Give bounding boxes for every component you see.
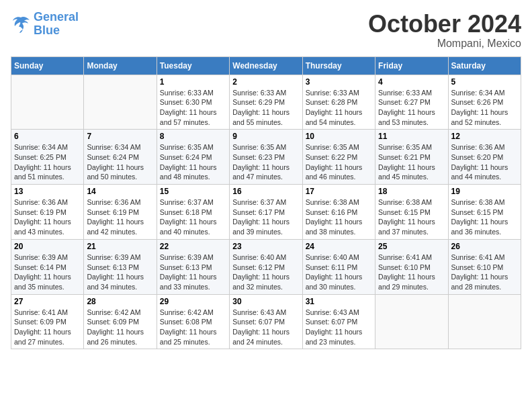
- calendar-cell: 14Sunrise: 6:36 AMSunset: 6:19 PMDayligh…: [84, 185, 157, 240]
- day-info: Sunrise: 6:33 AMSunset: 6:29 PMDaylight:…: [232, 88, 299, 128]
- calendar-cell: 27Sunrise: 6:41 AMSunset: 6:09 PMDayligh…: [11, 294, 84, 349]
- weekday-header-saturday: Saturday: [448, 56, 521, 75]
- day-info: Sunrise: 6:38 AMSunset: 6:15 PMDaylight:…: [451, 197, 518, 237]
- month-title: October 2024: [368, 11, 521, 38]
- day-number: 27: [14, 297, 81, 306]
- calendar-cell: 4Sunrise: 6:33 AMSunset: 6:27 PMDaylight…: [375, 75, 448, 130]
- day-info: Sunrise: 6:36 AMSunset: 6:19 PMDaylight:…: [14, 197, 81, 237]
- day-info: Sunrise: 6:39 AMSunset: 6:13 PMDaylight:…: [87, 253, 153, 292]
- day-number: 9: [232, 132, 299, 141]
- weekday-header-row: SundayMondayTuesdayWednesdayThursdayFrid…: [11, 56, 521, 75]
- day-number: 25: [378, 242, 445, 251]
- calendar-cell: 28Sunrise: 6:42 AMSunset: 6:09 PMDayligh…: [84, 294, 157, 349]
- day-info: Sunrise: 6:36 AMSunset: 6:20 PMDaylight:…: [451, 142, 518, 182]
- day-number: 8: [160, 132, 226, 141]
- day-number: 10: [306, 132, 372, 141]
- calendar-week-1: 1Sunrise: 6:33 AMSunset: 6:30 PMDaylight…: [11, 75, 521, 130]
- calendar-cell: 24Sunrise: 6:40 AMSunset: 6:11 PMDayligh…: [302, 239, 375, 294]
- day-number: 4: [378, 77, 445, 87]
- day-info: Sunrise: 6:41 AMSunset: 6:09 PMDaylight:…: [14, 308, 81, 347]
- day-info: Sunrise: 6:36 AMSunset: 6:19 PMDaylight:…: [87, 197, 153, 237]
- day-info: Sunrise: 6:42 AMSunset: 6:08 PMDaylight:…: [160, 308, 226, 347]
- day-info: Sunrise: 6:35 AMSunset: 6:21 PMDaylight:…: [378, 142, 445, 182]
- day-info: Sunrise: 6:39 AMSunset: 6:13 PMDaylight:…: [160, 253, 226, 292]
- day-info: Sunrise: 6:40 AMSunset: 6:12 PMDaylight:…: [232, 253, 299, 292]
- calendar-table: SundayMondayTuesdayWednesdayThursdayFrid…: [11, 56, 521, 350]
- calendar-cell: 1Sunrise: 6:33 AMSunset: 6:30 PMDaylight…: [157, 75, 229, 130]
- weekday-header-monday: Monday: [84, 56, 157, 75]
- day-info: Sunrise: 6:35 AMSunset: 6:23 PMDaylight:…: [232, 142, 299, 182]
- day-number: 22: [160, 242, 226, 251]
- day-number: 26: [451, 242, 518, 251]
- day-info: Sunrise: 6:34 AMSunset: 6:24 PMDaylight:…: [87, 142, 153, 182]
- day-number: 20: [14, 242, 81, 251]
- day-number: 3: [306, 77, 372, 87]
- day-number: 30: [232, 297, 299, 306]
- day-number: 28: [87, 297, 153, 306]
- weekday-header-wednesday: Wednesday: [230, 56, 302, 75]
- day-number: 6: [14, 132, 81, 141]
- weekday-header-sunday: Sunday: [11, 56, 84, 75]
- calendar-week-5: 27Sunrise: 6:41 AMSunset: 6:09 PMDayligh…: [11, 294, 521, 349]
- day-info: Sunrise: 6:43 AMSunset: 6:07 PMDaylight:…: [306, 308, 372, 347]
- calendar-cell: 26Sunrise: 6:41 AMSunset: 6:10 PMDayligh…: [448, 239, 521, 294]
- day-info: Sunrise: 6:39 AMSunset: 6:14 PMDaylight:…: [14, 253, 81, 292]
- calendar-cell: [11, 75, 84, 130]
- location: Mompani, Mexico: [368, 38, 521, 50]
- day-number: 1: [160, 77, 226, 87]
- calendar-cell: 13Sunrise: 6:36 AMSunset: 6:19 PMDayligh…: [11, 185, 84, 240]
- day-number: 14: [87, 187, 153, 196]
- day-number: 11: [378, 132, 445, 141]
- day-number: 23: [232, 242, 299, 251]
- calendar-cell: 11Sunrise: 6:35 AMSunset: 6:21 PMDayligh…: [375, 130, 448, 185]
- calendar-cell: 19Sunrise: 6:38 AMSunset: 6:15 PMDayligh…: [448, 185, 521, 240]
- day-number: 12: [451, 132, 518, 141]
- calendar-cell: 30Sunrise: 6:43 AMSunset: 6:07 PMDayligh…: [230, 294, 302, 349]
- day-info: Sunrise: 6:33 AMSunset: 6:30 PMDaylight:…: [160, 88, 226, 128]
- calendar-week-2: 6Sunrise: 6:34 AMSunset: 6:25 PMDaylight…: [11, 130, 521, 185]
- day-info: Sunrise: 6:41 AMSunset: 6:10 PMDaylight:…: [378, 253, 445, 292]
- calendar-cell: 20Sunrise: 6:39 AMSunset: 6:14 PMDayligh…: [11, 239, 84, 294]
- calendar-cell: 23Sunrise: 6:40 AMSunset: 6:12 PMDayligh…: [230, 239, 302, 294]
- calendar-cell: 29Sunrise: 6:42 AMSunset: 6:08 PMDayligh…: [157, 294, 229, 349]
- calendar-cell: [84, 75, 157, 130]
- day-number: 7: [87, 132, 153, 141]
- weekday-header-thursday: Thursday: [302, 56, 375, 75]
- calendar-cell: 21Sunrise: 6:39 AMSunset: 6:13 PMDayligh…: [84, 239, 157, 294]
- weekday-header-tuesday: Tuesday: [157, 56, 229, 75]
- day-info: Sunrise: 6:40 AMSunset: 6:11 PMDaylight:…: [306, 253, 372, 292]
- calendar-cell: [375, 294, 448, 349]
- page-header: General Blue October 2024 Mompani, Mexic…: [11, 11, 521, 50]
- calendar-cell: 12Sunrise: 6:36 AMSunset: 6:20 PMDayligh…: [448, 130, 521, 185]
- calendar-cell: 17Sunrise: 6:38 AMSunset: 6:16 PMDayligh…: [302, 185, 375, 240]
- day-number: 5: [451, 77, 518, 87]
- logo-icon: [11, 15, 31, 34]
- weekday-header-friday: Friday: [375, 56, 448, 75]
- day-number: 24: [306, 242, 372, 251]
- day-number: 16: [232, 187, 299, 196]
- calendar-cell: 16Sunrise: 6:37 AMSunset: 6:17 PMDayligh…: [230, 185, 302, 240]
- day-info: Sunrise: 6:38 AMSunset: 6:15 PMDaylight:…: [378, 197, 445, 237]
- calendar-cell: 15Sunrise: 6:37 AMSunset: 6:18 PMDayligh…: [157, 185, 229, 240]
- day-number: 31: [306, 297, 372, 306]
- calendar-week-4: 20Sunrise: 6:39 AMSunset: 6:14 PMDayligh…: [11, 239, 521, 294]
- day-info: Sunrise: 6:37 AMSunset: 6:18 PMDaylight:…: [160, 197, 226, 237]
- day-info: Sunrise: 6:33 AMSunset: 6:28 PMDaylight:…: [306, 88, 372, 128]
- day-info: Sunrise: 6:33 AMSunset: 6:27 PMDaylight:…: [378, 88, 445, 128]
- day-number: 19: [451, 187, 518, 196]
- calendar-week-3: 13Sunrise: 6:36 AMSunset: 6:19 PMDayligh…: [11, 185, 521, 240]
- day-info: Sunrise: 6:34 AMSunset: 6:26 PMDaylight:…: [451, 88, 518, 128]
- day-number: 18: [378, 187, 445, 196]
- calendar-cell: 10Sunrise: 6:35 AMSunset: 6:22 PMDayligh…: [302, 130, 375, 185]
- day-info: Sunrise: 6:43 AMSunset: 6:07 PMDaylight:…: [232, 308, 299, 347]
- calendar-cell: 18Sunrise: 6:38 AMSunset: 6:15 PMDayligh…: [375, 185, 448, 240]
- day-info: Sunrise: 6:41 AMSunset: 6:10 PMDaylight:…: [451, 253, 518, 292]
- day-number: 15: [160, 187, 226, 196]
- logo: General Blue: [11, 11, 79, 38]
- day-number: 21: [87, 242, 153, 251]
- day-info: Sunrise: 6:38 AMSunset: 6:16 PMDaylight:…: [306, 197, 372, 237]
- calendar-cell: 6Sunrise: 6:34 AMSunset: 6:25 PMDaylight…: [11, 130, 84, 185]
- calendar-cell: 2Sunrise: 6:33 AMSunset: 6:29 PMDaylight…: [230, 75, 302, 130]
- day-number: 2: [232, 77, 299, 87]
- day-info: Sunrise: 6:35 AMSunset: 6:24 PMDaylight:…: [160, 142, 226, 182]
